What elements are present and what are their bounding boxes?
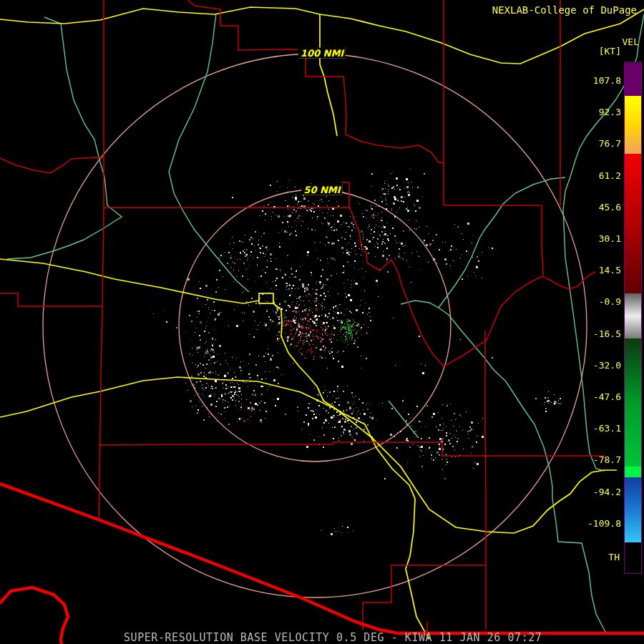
- colorbar-tick: 107.8: [593, 75, 621, 87]
- colorbar-segment-below-th-black: [625, 542, 641, 572]
- border-line-corner-squiggle: [0, 587, 68, 644]
- teal-highway-southeast: [439, 308, 606, 633]
- colorbar-tick: 76.7: [599, 138, 621, 150]
- colorbar-tick: 92.3: [599, 107, 621, 118]
- yellow-highway-west: [0, 259, 259, 303]
- colorbar-unit-vel: VEL: [623, 36, 639, 47]
- county-line-south-horizontal: [99, 442, 605, 456]
- county-line-se-vertical: [485, 331, 486, 630]
- teal-highway-nw: [7, 17, 122, 259]
- border-line-diagonal: [0, 484, 644, 633]
- yellow-city-loop: [259, 293, 273, 303]
- colorbar-threshold-label: TH: [608, 552, 620, 562]
- teal-highway-north: [169, 14, 249, 292]
- colorbar-tick: -32.0: [593, 360, 621, 371]
- yellow-highway-north-branch: [320, 14, 337, 136]
- colorbar-segment-gray: [625, 293, 641, 338]
- colorbar-tick: -16.5: [593, 328, 621, 340]
- radar-viewer: NEXLAB-College of DuPage VEL [KT] 107.89…: [0, 0, 644, 644]
- county-line-west-wavy: [0, 157, 104, 173]
- colorbar-tick: -0.9: [599, 296, 621, 308]
- colorbar-tick: 45.6: [599, 202, 621, 213]
- colorbar-unit-kt: [KT]: [599, 46, 621, 57]
- county-line-west-jog: [0, 293, 102, 306]
- teal-highway-center-east: [401, 177, 565, 308]
- colorbar-tick: -47.6: [593, 391, 621, 403]
- range-ring-100nmi: [43, 54, 587, 597]
- colorbar-tick: -63.1: [593, 423, 621, 434]
- teal-highway-south-short: [389, 401, 419, 438]
- colorbar-tick: -94.2: [593, 487, 621, 498]
- range-ring-label-50: 50 NMI: [301, 185, 342, 195]
- colorbar-segment-bright-green: [625, 467, 641, 477]
- map-overlay: [0, 0, 644, 644]
- yellow-highway-southeast: [273, 303, 429, 639]
- yellow-highway-south: [0, 377, 617, 533]
- colorbar-segment-green: [625, 338, 641, 467]
- county-line-west-vertical: [99, 0, 104, 519]
- colorbar-tick: -109.8: [587, 518, 621, 530]
- county-line-ne-vertical2: [542, 205, 543, 275]
- range-ring-label-100: 100 NMI: [298, 48, 346, 59]
- colorbar-segment-yellow-orange: [625, 96, 641, 154]
- colorbar-tick: 61.2: [599, 170, 621, 182]
- status-bar-text: SUPER-RESOLUTION BASE VELOCITY 0.5 DEG -…: [124, 631, 542, 644]
- colorbar-tick: 30.1: [599, 233, 621, 245]
- colorbar-segment-purple-rf: [625, 63, 641, 96]
- velocity-colorbar: [624, 62, 642, 574]
- colorbar-segment-blue: [625, 477, 641, 542]
- range-ring-50nmi: [179, 190, 451, 462]
- county-line-north-staircase: [187, 0, 444, 163]
- colorbar-tick: -78.7: [593, 454, 621, 466]
- colorbar-tick: 14.5: [599, 265, 621, 276]
- colorbar-segment-red: [625, 154, 641, 293]
- site-title: NEXLAB-College of DuPage: [492, 4, 637, 16]
